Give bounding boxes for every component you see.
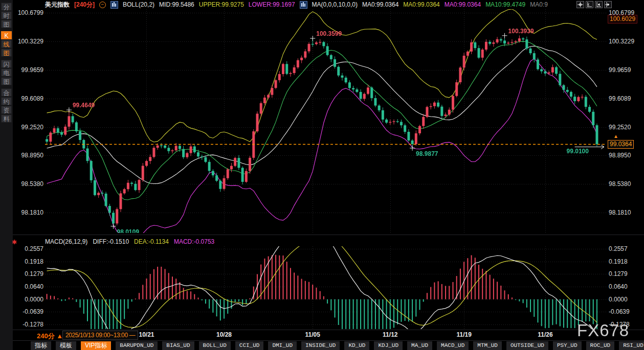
chart-tools bbox=[576, 1, 612, 8]
toolbar-button-BIAS_UD[interactable]: BIAS_UD bbox=[162, 341, 194, 350]
chart-legend: 美元指数 [240分] − BOLL(20,2) MID:99.5486 UPP… bbox=[45, 1, 548, 9]
toolbar-button-DMI_UD[interactable]: DMI_UD bbox=[268, 341, 297, 350]
macd-legend: MACD(26,12,9) DIFF:-0.1510 DEA:-0.1134 M… bbox=[45, 238, 214, 246]
toolbar-button-MA_UD[interactable]: MA_UD bbox=[407, 341, 432, 350]
y-axis-label: 98.8950 bbox=[609, 152, 642, 159]
y-axis-label: 98.1810 bbox=[609, 209, 642, 216]
y-axis-label: 0.0000 bbox=[14, 296, 43, 303]
y-axis-label: 98.5380 bbox=[609, 180, 642, 188]
toolbar-button-KDJ_UD[interactable]: KDJ_UD bbox=[374, 341, 403, 350]
sidebar-item-char: 约 bbox=[1, 97, 12, 105]
y-axis-label: 0.0000 bbox=[609, 296, 642, 303]
macd-diff-value: DIFF:-0.1510 bbox=[93, 238, 129, 245]
toolbar-button-OUTSIDE_UD[interactable]: OUTSIDE_UD bbox=[506, 341, 548, 350]
y-axis-label: 98.5380 bbox=[14, 180, 43, 188]
timeframe-tag[interactable]: 240分 ▲ bbox=[37, 332, 63, 341]
sidebar-item-分时图[interactable]: 分时图 bbox=[1, 3, 12, 28]
sidebar-item-char: 料 bbox=[1, 114, 12, 123]
indicator-toolbar: 指标模板VIP指标BARUPDN_UDBIAS_UDBOLL_UDCCI_UDD… bbox=[31, 341, 644, 350]
sidebar-item-char: 资 bbox=[1, 106, 12, 114]
macd-chart-canvas[interactable] bbox=[45, 246, 606, 329]
crosshair-icon[interactable] bbox=[576, 1, 584, 8]
x-axis-date: 10/28 bbox=[212, 331, 236, 338]
pan-right-icon[interactable] bbox=[604, 1, 612, 8]
boll-upper-value: UPPER:99.9275 bbox=[199, 1, 244, 8]
toolbar-button-ROC_UD[interactable]: ROC_UD bbox=[586, 341, 615, 350]
price-up-arrow-icon: ▲ bbox=[613, 133, 618, 139]
y-axis-label: 99.2520 bbox=[609, 124, 642, 131]
y-axis-label: -0.0639 bbox=[14, 308, 43, 315]
y-axis-label: 0.1279 bbox=[14, 270, 43, 277]
toolbar-button-[interactable]: 指标 bbox=[31, 341, 51, 350]
y-axis-label: 0.2557 bbox=[14, 245, 43, 252]
symbol-name: 美元指数 bbox=[45, 1, 70, 9]
macd-dea-value: DEA:-0.1134 bbox=[134, 238, 169, 245]
sidebar-item-K线图[interactable]: K线图 bbox=[1, 31, 12, 57]
macd-title: MACD(26,12,9) bbox=[45, 238, 87, 245]
toolbar-button-PSY_UD[interactable]: PSY_UD bbox=[553, 341, 582, 350]
sidebar-item-闪电图[interactable]: 闪电图 bbox=[1, 60, 12, 85]
sidebar-item-char: 线 bbox=[1, 40, 12, 48]
toolbar-button-BARUPDN_UD[interactable]: BARUPDN_UD bbox=[116, 341, 158, 350]
y-axis-label: 99.6089 bbox=[609, 95, 642, 102]
toolbar-button-MACD_UD[interactable]: MACD_UD bbox=[437, 341, 469, 350]
toolbar-button-[interactable]: 模板 bbox=[56, 341, 76, 350]
boll-lower-value: LOWER:99.1697 bbox=[249, 1, 295, 8]
sidebar-item-char: 分 bbox=[1, 3, 12, 11]
toolbar-button-MTM_UD[interactable]: MTM_UD bbox=[473, 341, 502, 350]
ma0-white-value: MA0:99.0364 bbox=[362, 1, 398, 8]
x-axis-date: 10/21 bbox=[135, 331, 158, 338]
toolbar-button-BOLL_UD[interactable]: BOLL_UD bbox=[199, 341, 231, 350]
y-axis-label: 0.0640 bbox=[609, 283, 642, 290]
sidebar-item-char: 合 bbox=[1, 88, 12, 97]
session-high-badge: 100.6029 bbox=[608, 15, 637, 24]
sidebar-item-char: K bbox=[1, 31, 12, 39]
last-price-badge: 99.0364 bbox=[608, 140, 634, 149]
y-axis-label: 100.3229 bbox=[609, 38, 642, 45]
ma0-magenta-value: MA0:99.0364 bbox=[445, 1, 481, 8]
y-axis-label: 99.9659 bbox=[609, 66, 642, 74]
toolbar-button-KD_UD[interactable]: KD_UD bbox=[344, 341, 369, 350]
sidebar: 分时图K线图闪电图合约资料 bbox=[0, 0, 13, 350]
ma10-value: MA10:99.4749 bbox=[485, 1, 525, 8]
sidebar-item-char: 时 bbox=[1, 11, 12, 19]
sidebar-item-合约资料[interactable]: 合约资料 bbox=[1, 88, 12, 123]
x-axis-scale-icon[interactable] bbox=[595, 1, 603, 8]
collapse-icon[interactable]: − bbox=[99, 2, 106, 8]
kline-mini-icon bbox=[300, 1, 307, 9]
toolbar-button-RSI_UD[interactable]: RSI_UD bbox=[619, 341, 644, 350]
ma0-yellow-value: MA0:99.0364 bbox=[403, 1, 439, 8]
session-range-box[interactable]: 2025/10/13 09:00~13:00 — bbox=[62, 331, 138, 340]
watermark-logo: FX678 bbox=[577, 321, 629, 340]
y-axis-label: 0.2557 bbox=[609, 245, 642, 252]
y-axis-label: 99.6089 bbox=[14, 95, 43, 102]
y-axis-label: 98.1810 bbox=[14, 209, 43, 216]
y-axis-label: 0.1918 bbox=[609, 258, 642, 265]
y-axis-scale-icon[interactable] bbox=[586, 1, 593, 8]
sidebar-item-char: 图 bbox=[1, 49, 12, 57]
sidebar-item-char: 闪 bbox=[1, 60, 12, 68]
y-axis-label: 99.9659 bbox=[14, 66, 43, 74]
y-axis-label: 0.1918 bbox=[14, 258, 43, 265]
y-axis-label: 0.0640 bbox=[14, 283, 43, 290]
ma-params: MA(0,0,0,10,0,0) bbox=[312, 1, 358, 8]
boll-label: BOLL(20,2) bbox=[123, 1, 154, 8]
macd-value: MACD:-0.0753 bbox=[174, 238, 214, 245]
toolbar-button-CCI_UD[interactable]: CCI_UD bbox=[235, 341, 264, 350]
macd-alert-icon[interactable]: ✱ bbox=[12, 239, 17, 246]
chart-app: 分时图K线图闪电图合约资料 美元指数 [240分] − BOLL(20,2) M… bbox=[0, 0, 644, 350]
x-axis-date: 11/19 bbox=[452, 331, 476, 338]
x-axis-date: 11/12 bbox=[379, 331, 402, 338]
panel-divider bbox=[13, 340, 644, 341]
panel-divider bbox=[13, 235, 644, 235]
sidebar-item-char: 图 bbox=[1, 20, 12, 28]
boll-mid-value: MID:99.5486 bbox=[159, 1, 194, 8]
y-axis-label: 100.3229 bbox=[14, 38, 43, 45]
toolbar-button-INSIDE_UD[interactable]: INSIDE_UD bbox=[301, 341, 340, 350]
y-axis-label: 98.8950 bbox=[14, 152, 43, 159]
sidebar-item-char: 电 bbox=[1, 68, 12, 77]
sidebar-item-char: 图 bbox=[1, 77, 12, 85]
main-chart-canvas[interactable] bbox=[45, 9, 606, 233]
toolbar-button-VIP[interactable]: VIP指标 bbox=[81, 341, 111, 350]
y-axis-label: 0.1279 bbox=[609, 270, 642, 277]
